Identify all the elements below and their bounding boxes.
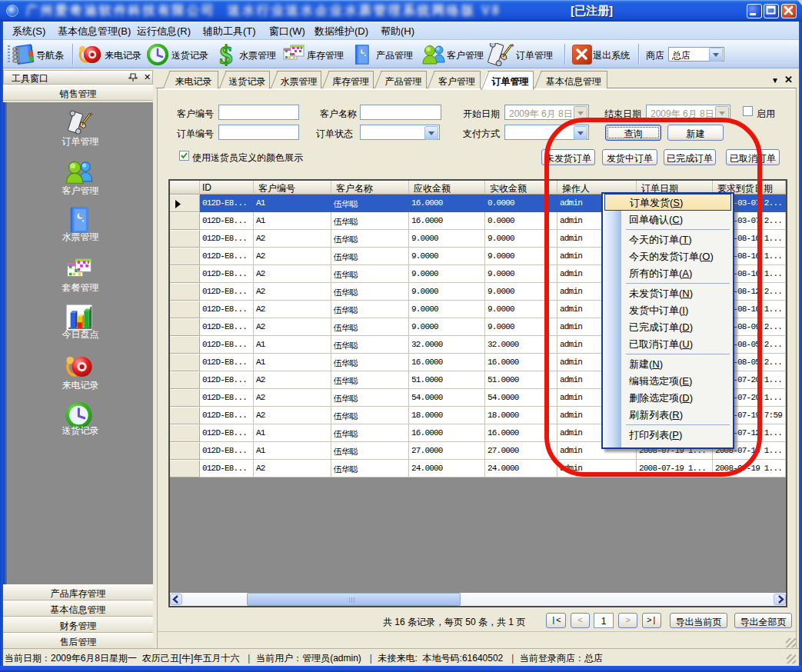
svg-text:$: $ [220,43,233,66]
